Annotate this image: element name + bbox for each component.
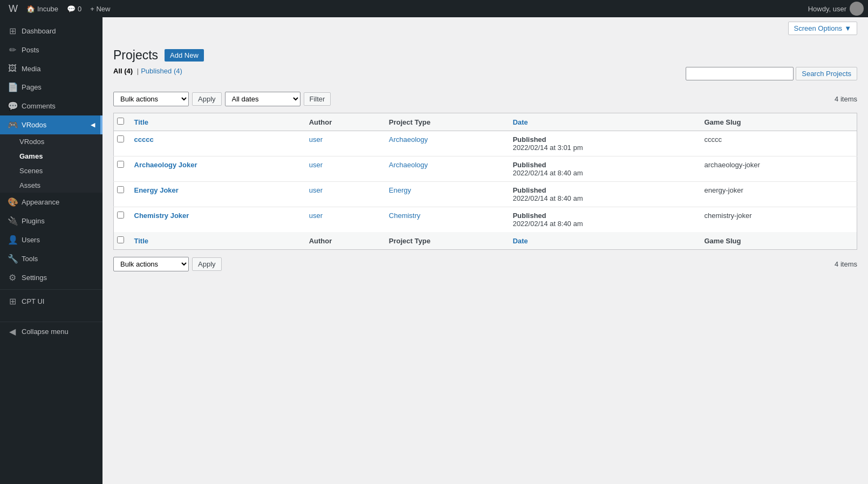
howdy-text: Howdy, user xyxy=(808,5,846,13)
author-column-label: Author xyxy=(309,118,332,126)
row-checkbox[interactable] xyxy=(117,212,124,219)
dates-select-top[interactable]: All dates xyxy=(225,92,300,106)
date-cell: Published 2022/02/14 at 8:40 am xyxy=(507,182,699,207)
author-link[interactable]: user xyxy=(309,135,323,144)
game-slug-column-header: Game Slug xyxy=(699,113,857,131)
title-sort-link[interactable]: Title xyxy=(134,118,149,126)
submenu-item-assets[interactable]: Assets xyxy=(0,178,102,193)
date-cell: Published 2022/02/14 at 3:01 pm xyxy=(507,131,699,156)
title-footer-column-header: Title xyxy=(129,232,304,250)
apply-button-top[interactable]: Apply xyxy=(192,92,222,106)
page-wrap: Projects Add New Search Projects All (4)… xyxy=(113,39,857,274)
screen-options-button[interactable]: Screen Options ▼ xyxy=(788,22,857,35)
sidebar-item-posts[interactable]: ✏ Posts xyxy=(0,40,102,59)
sidebar-item-settings[interactable]: ⚙ Settings xyxy=(0,268,102,287)
new-content-link[interactable]: + New xyxy=(86,0,114,17)
comments-menu-icon: 💬 xyxy=(8,101,17,111)
sidebar-item-label: Tools xyxy=(22,255,38,263)
table-row: Archaeology Joker user Archaeology Publi… xyxy=(114,156,857,182)
table-row: Energy Joker user Energy Published 2022/… xyxy=(114,182,857,207)
sidebar-item-tools[interactable]: 🔧 Tools xyxy=(0,249,102,268)
site-name: Incube xyxy=(37,5,58,13)
select-all-column xyxy=(114,113,129,131)
add-new-button[interactable]: Add New xyxy=(165,49,204,62)
game-slug-cell: ccccc xyxy=(699,131,857,156)
author-link[interactable]: user xyxy=(309,186,323,194)
search-projects-button[interactable]: Search Projects xyxy=(796,67,857,80)
collapse-icon: ◀ xyxy=(8,326,17,337)
project-type-cell: Archaeology xyxy=(384,156,508,182)
title-column-label: Title xyxy=(134,118,149,126)
date-cell: Published 2022/02/14 at 8:40 am xyxy=(507,207,699,233)
users-icon: 👤 xyxy=(8,235,17,245)
project-type-link[interactable]: Chemistry xyxy=(389,212,421,220)
row-title-link[interactable]: Energy Joker xyxy=(134,186,179,194)
project-type-cell: Energy xyxy=(384,182,508,207)
game-slug-column-label: Game Slug xyxy=(705,118,741,126)
bulk-actions-select-bottom[interactable]: Bulk actions xyxy=(113,257,189,271)
author-link[interactable]: user xyxy=(309,161,323,169)
sidebar-item-appearance[interactable]: 🎨 Appearance xyxy=(0,193,102,212)
page-title: Projects xyxy=(113,48,158,63)
submenu-item-scenes[interactable]: Scenes xyxy=(0,163,102,178)
author-link[interactable]: user xyxy=(309,212,323,220)
game-slug-cell: archaeology-joker xyxy=(699,156,857,182)
site-name-link[interactable]: 🏠 Incube xyxy=(22,0,63,17)
tablenav-top: Bulk actions Apply All dates Filter 4 it… xyxy=(113,89,857,108)
collapse-menu-button[interactable]: ◀ Collapse menu xyxy=(0,322,102,341)
filter-all-link[interactable]: All (4) xyxy=(113,67,135,75)
row-title-link[interactable]: ccccc xyxy=(134,135,154,144)
submenu-item-vrodos[interactable]: VRodos xyxy=(0,134,102,149)
dashboard-icon: ⊞ xyxy=(8,26,17,36)
chevron-right-icon: ◀ xyxy=(91,121,95,128)
sidebar-item-label: Pages xyxy=(22,83,42,91)
filter-all-label: All xyxy=(113,67,122,75)
filter-button-top[interactable]: Filter xyxy=(304,92,331,106)
bulk-actions-select-top[interactable]: Bulk actions xyxy=(113,92,189,106)
project-type-footer-column-header: Project Type xyxy=(384,232,508,250)
filter-published-item: Published (4) xyxy=(141,67,182,75)
search-input[interactable] xyxy=(686,67,794,80)
date-sort-link[interactable]: Date xyxy=(512,118,528,126)
wp-logo-link[interactable]: W xyxy=(4,0,22,17)
row-checkbox[interactable] xyxy=(117,186,124,193)
project-type-link[interactable]: Archaeology xyxy=(389,135,428,144)
author-cell: user xyxy=(304,131,384,156)
sidebar-item-label: Plugins xyxy=(22,217,45,225)
main-content: Screen Options ▼ Projects Add New Search… xyxy=(102,17,868,484)
media-icon: 🖼 xyxy=(8,64,17,73)
sidebar-item-dashboard[interactable]: ⊞ Dashboard xyxy=(0,22,102,40)
sidebar-item-media[interactable]: 🖼 Media xyxy=(0,59,102,78)
sidebar-item-pages[interactable]: 📄 Pages xyxy=(0,78,102,97)
date-column-header: Date xyxy=(507,113,699,131)
date-footer-sort-link[interactable]: Date xyxy=(512,237,528,245)
row-checkbox[interactable] xyxy=(117,135,124,142)
sidebar-item-cpt-ui[interactable]: ⊞ CPT UI xyxy=(0,292,102,311)
submenu-item-games[interactable]: Games xyxy=(0,149,102,163)
filter-published-link[interactable]: Published (4) xyxy=(141,67,182,75)
sidebar-item-label: Dashboard xyxy=(22,27,56,35)
filter-published-count: (4) xyxy=(174,67,182,75)
select-all-footer-checkbox[interactable] xyxy=(117,236,124,243)
comments-link[interactable]: 💬 0 xyxy=(63,0,86,17)
items-count-top: 4 items xyxy=(835,95,857,103)
home-icon: 🏠 xyxy=(26,5,35,13)
sidebar-item-label: Posts xyxy=(22,46,39,54)
sidebar-item-comments[interactable]: 💬 Comments xyxy=(0,97,102,115)
row-checkbox-cell xyxy=(114,182,129,207)
tools-icon: 🔧 xyxy=(8,254,17,264)
row-title-link[interactable]: Archaeology Joker xyxy=(134,161,197,169)
apply-button-bottom[interactable]: Apply xyxy=(192,257,222,271)
author-cell: user xyxy=(304,207,384,233)
sidebar-item-vrodos[interactable]: 🎮 VRodos ◀ xyxy=(0,115,102,134)
table-header-row: Title Author Project Type Date xyxy=(114,113,857,131)
user-info: Howdy, user xyxy=(808,2,864,16)
select-all-checkbox[interactable] xyxy=(117,118,124,125)
project-type-link[interactable]: Archaeology xyxy=(389,161,428,169)
sidebar-item-plugins[interactable]: 🔌 Plugins xyxy=(0,212,102,230)
sidebar-item-users[interactable]: 👤 Users xyxy=(0,230,102,249)
row-title-link[interactable]: Chemistry Joker xyxy=(134,212,189,220)
row-checkbox[interactable] xyxy=(117,161,124,168)
title-footer-sort-link[interactable]: Title xyxy=(134,237,149,245)
project-type-link[interactable]: Energy xyxy=(389,186,411,194)
